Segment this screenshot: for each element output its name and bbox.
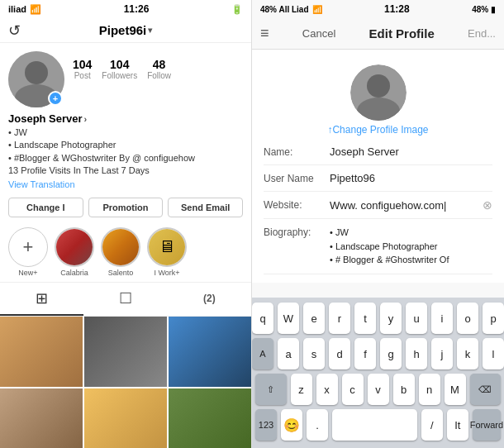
key-w[interactable]: W <box>278 303 299 334</box>
forward-key[interactable]: Forward <box>473 409 501 441</box>
carrier-info: iliad 📶 <box>8 4 41 15</box>
tab-tagged-count: (2) <box>203 293 216 304</box>
carrier-name: iliad <box>8 4 26 14</box>
key-h[interactable]: h <box>406 338 427 369</box>
key-n[interactable]: n <box>419 374 440 405</box>
key-b[interactable]: b <box>393 374 415 405</box>
space-key[interactable] <box>332 409 417 441</box>
key-z[interactable]: z <box>291 374 312 405</box>
key-d[interactable]: d <box>329 338 350 369</box>
key-emoji[interactable]: 😊 <box>281 409 302 441</box>
name-value[interactable]: Joseph Server <box>330 145 492 158</box>
battery-right: 48% ▮ <box>472 5 496 14</box>
send-email-button[interactable]: Send Email <box>168 198 243 217</box>
key-it[interactable]: It <box>447 409 468 441</box>
website-value-row: Www. configuehow.com| ⊗ <box>330 198 492 212</box>
back-button[interactable]: ↺ <box>8 21 21 40</box>
key-m[interactable]: M <box>445 374 466 405</box>
key-period[interactable]: . <box>307 409 328 441</box>
stat-followers[interactable]: 104 Followers <box>102 58 137 80</box>
key-g[interactable]: g <box>380 338 402 369</box>
promotion-button[interactable]: Promotion <box>88 198 164 217</box>
avatar-container: + <box>8 51 64 107</box>
photo-cell-1[interactable] <box>0 317 83 387</box>
add-story-badge[interactable]: + <box>48 91 63 106</box>
key-o[interactable]: o <box>457 303 478 334</box>
story-image-calabria <box>56 229 93 265</box>
key-a[interactable]: a <box>278 338 299 369</box>
profile-name: Joseph Server › <box>8 112 243 125</box>
key-y[interactable]: y <box>380 303 402 334</box>
clear-website-icon[interactable]: ⊗ <box>483 198 492 212</box>
tab-grid[interactable]: ⊞ <box>0 283 83 316</box>
key-f[interactable]: f <box>354 338 376 369</box>
key-p[interactable]: p <box>483 303 504 334</box>
story-image-work: 🖥 <box>149 229 185 265</box>
key-123[interactable]: 123 <box>255 409 277 441</box>
edit-profile-title: Edit Profile <box>369 26 435 41</box>
key-s[interactable]: s <box>303 338 325 369</box>
change-button[interactable]: Change I <box>8 198 83 217</box>
username-value[interactable]: Pipetto96 <box>330 172 492 184</box>
bio-value[interactable]: • JW • Landscape Photographer • # Blogge… <box>330 226 492 267</box>
delete-key[interactable]: ⌫ <box>470 374 502 405</box>
username-display[interactable]: Pipet96i ▾ <box>99 23 153 37</box>
story-work[interactable]: 🖥 I Work+ <box>147 227 187 277</box>
photo-cell-2[interactable] <box>84 317 167 387</box>
status-bar-left: iliad 📶 11:26 🔋 <box>0 0 251 18</box>
key-l[interactable]: l <box>483 338 504 369</box>
name-label: Name: <box>264 145 323 158</box>
posts-count: 104 <box>73 58 92 71</box>
photo-cell-3[interactable] <box>169 317 251 387</box>
posts-label: Post <box>73 71 92 80</box>
story-new[interactable]: + New+ <box>8 227 48 277</box>
status-carrier-right: 48% All Liad <box>260 5 309 14</box>
key-t[interactable]: t <box>354 303 376 334</box>
tab-reels[interactable]: ☐ <box>83 283 167 316</box>
photo-grid <box>0 317 251 448</box>
key-i[interactable]: i <box>431 303 453 334</box>
story-salento[interactable]: Salento <box>101 227 140 277</box>
stat-following[interactable]: 48 Follow <box>147 58 171 80</box>
key-u[interactable]: u <box>406 303 427 334</box>
field-name: Name: Joseph Server <box>264 139 492 165</box>
username-caret: ▾ <box>148 26 152 35</box>
website-label: Website: <box>264 198 323 211</box>
key-c[interactable]: c <box>342 374 364 405</box>
key-q[interactable]: q <box>252 303 273 334</box>
key-k[interactable]: k <box>457 338 478 369</box>
change-profile-image-link[interactable]: ↑Change Profile Image <box>327 124 428 136</box>
photo-cell-5[interactable] <box>84 388 167 448</box>
story-thumb-work: 🖥 <box>147 227 187 267</box>
key-x[interactable]: x <box>316 374 338 405</box>
story-add-circle: + <box>8 227 48 267</box>
story-calabria[interactable]: Calabria <box>55 227 94 277</box>
username-label: User Name <box>264 172 323 184</box>
following-count: 48 <box>147 58 171 71</box>
status-right-right: 48% ▮ <box>472 5 496 14</box>
cancel-button[interactable]: Cancel <box>302 27 335 40</box>
website-input[interactable]: Www. configuehow.com| <box>330 199 446 212</box>
bio-line-4: 13 Profile Visits In The Last 7 Days <box>8 164 243 177</box>
shift-key[interactable]: ⇧ <box>255 374 287 405</box>
key-v[interactable]: v <box>368 374 389 405</box>
tab-tagged[interactable]: (2) <box>168 283 251 316</box>
edit-avatar-row: ↑Change Profile Image <box>260 58 496 139</box>
stat-posts[interactable]: 104 Post <box>73 58 92 80</box>
photo-cell-4[interactable] <box>0 388 83 448</box>
key-slash[interactable]: / <box>421 409 443 441</box>
edit-avatar-image <box>350 64 407 121</box>
key-e[interactable]: e <box>303 303 325 334</box>
key-r[interactable]: r <box>329 303 350 334</box>
right-panel: 48% All Liad 📶 11:28 48% ▮ ≡ Cancel Edit… <box>252 0 504 448</box>
edit-avatar[interactable] <box>350 64 407 121</box>
verified-icon: › <box>84 114 88 124</box>
key-j[interactable]: j <box>431 338 453 369</box>
photo-cell-6[interactable] <box>169 388 251 448</box>
key-caps[interactable]: A <box>252 338 273 369</box>
nav-bar-right: ≡ Cancel Edit Profile End... <box>252 18 504 50</box>
view-translation-link[interactable]: View Translation <box>8 179 243 189</box>
hamburger-button[interactable]: ≡ <box>260 25 269 42</box>
bio-edit-line-3: • # Blogger & #Ghostwriter Of <box>330 253 492 267</box>
end-button[interactable]: End... <box>468 27 496 40</box>
